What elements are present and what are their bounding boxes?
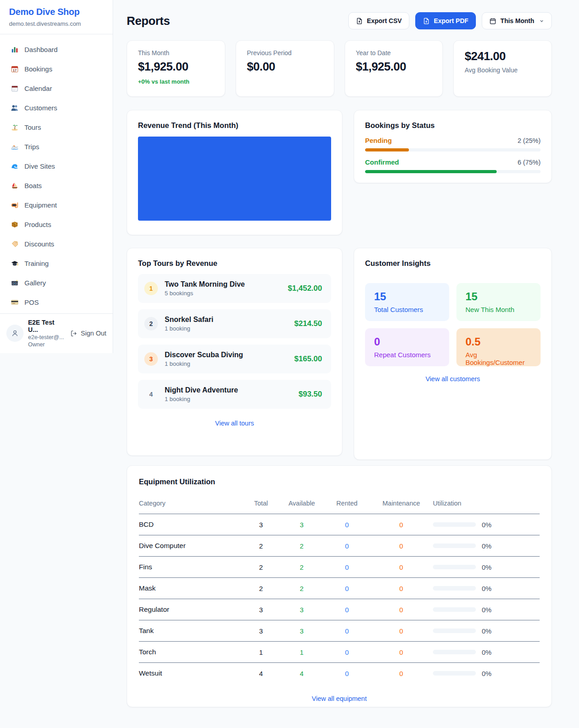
tour-row-snorkel-safari: 2Snorkel Safari1 booking$214.50	[138, 309, 331, 338]
equipment-rented: 0	[324, 535, 370, 557]
insight-label: New This Month	[465, 306, 532, 313]
sidebar-item-customers[interactable]: Customers	[5, 99, 107, 116]
equipment-rented: 0	[324, 578, 370, 599]
insight-tile-total-customers: 15Total Customers	[365, 283, 449, 321]
bar-chart-icon	[11, 46, 19, 53]
equipment-utilization-cell: 0%	[433, 599, 540, 620]
sidebar-item-equipment[interactable]: Equipment	[5, 197, 107, 213]
stat-cards-row: This Month$1,925.00+0% vs last monthPrev…	[127, 40, 552, 97]
equipment-row-torch: Torch11000%	[139, 642, 540, 663]
sidebar-item-label: POS	[24, 298, 39, 306]
equipment-utilization-card: Equipment Utilization Category Total Ava…	[127, 465, 552, 707]
sidebar-item-tours[interactable]: Tours	[5, 119, 107, 135]
svg-text:17: 17	[13, 68, 16, 72]
tour-name: Snorkel Safari	[165, 316, 214, 324]
equipment-total: 3	[243, 514, 279, 535]
export-csv-button[interactable]: Export CSV	[348, 12, 409, 29]
sidebar-item-discounts[interactable]: Discounts	[5, 236, 107, 252]
status-row-head: Pending2 (25%)	[365, 137, 541, 144]
sidebar-item-pos[interactable]: POS	[5, 294, 107, 310]
tour-row-discover-scuba-diving: 3Discover Scuba Diving1 booking$165.00	[138, 345, 331, 373]
bookings-by-status-title: Bookings by Status	[365, 121, 541, 130]
equipment-available: 2	[279, 578, 324, 599]
equipment-rented: 0	[324, 642, 370, 663]
sailboat-icon	[11, 182, 19, 189]
stat-card-avg-booking-value: $241.00Avg Booking Value	[453, 40, 552, 97]
sidebar-item-calendar[interactable]: Calendar	[5, 80, 107, 96]
tour-bookings: 1 booking	[165, 360, 243, 367]
insight-tile-repeat-customers: 0Repeat Customers	[365, 328, 449, 366]
equipment-row-fins: Fins22000%	[139, 557, 540, 578]
calendar-icon	[489, 18, 496, 24]
equipment-utilization-cell: 0%	[433, 557, 540, 578]
tour-info: Snorkel Safari1 booking	[165, 316, 214, 332]
export-csv-label: Export CSV	[367, 17, 402, 24]
tour-revenue: $93.50	[299, 390, 322, 399]
tour-rank-badge: 4	[144, 388, 158, 401]
sidebar-item-dive-sites[interactable]: Dive Sites	[5, 158, 107, 174]
sidebar-item-boats[interactable]: Boats	[5, 177, 107, 194]
shop-name: Demo Dive Shop	[9, 7, 104, 17]
utilization-bar-group: 0%	[433, 627, 540, 635]
insight-tiles: 15Total Customers15New This Month0Repeat…	[365, 283, 541, 366]
utilization-bar-group: 0%	[433, 670, 540, 677]
view-all-tours-link[interactable]: View all tours	[138, 420, 331, 427]
sidebar-item-label: Discounts	[24, 240, 54, 248]
sidebar-item-products[interactable]: Products	[5, 216, 107, 232]
equipment-category: Wetsuit	[139, 663, 243, 684]
equipment-table: Category Total Available Rented Maintena…	[139, 496, 540, 684]
view-all-equipment-link[interactable]: View all equipment	[139, 695, 540, 702]
equipment-rented: 0	[324, 620, 370, 642]
insight-label: Total Customers	[374, 306, 440, 313]
utilization-bar	[433, 522, 476, 527]
insight-tile-new-this-month: 15New This Month	[456, 283, 541, 321]
equipment-maintenance: 0	[370, 663, 433, 684]
sign-out-button[interactable]: Sign Out	[71, 330, 106, 337]
equipment-category: Regulator	[139, 599, 243, 620]
period-select[interactable]: This Month	[482, 12, 552, 29]
sidebar-item-label: Customers	[24, 104, 57, 112]
sidebar-item-dashboard[interactable]: Dashboard	[5, 41, 107, 57]
sidebar-item-label: Bookings	[24, 65, 52, 73]
utilization-percent: 0%	[482, 542, 492, 550]
header-actions: Export CSV Export PDF This Month	[348, 12, 552, 29]
tour-info: Discover Scuba Diving1 booking	[165, 351, 243, 367]
sidebar-header: Demo Dive Shop demo.test.divestreams.com	[0, 0, 113, 34]
view-all-customers-link[interactable]: View all customers	[365, 375, 541, 383]
top-tours-list: 1Two Tank Morning Dive5 bookings$1,452.0…	[138, 274, 331, 409]
stat-card-year-to-date: Year to Date$1,925.00	[345, 40, 443, 97]
stat-label: This Month	[138, 49, 214, 57]
equipment-available: 1	[279, 642, 324, 663]
sidebar-item-label: Dashboard	[24, 46, 57, 53]
period-label: This Month	[500, 17, 534, 24]
equipment-category: BCD	[139, 514, 243, 535]
status-value: 2 (25%)	[517, 137, 541, 144]
status-label: Pending	[365, 137, 392, 144]
sidebar-item-bookings[interactable]: 17Bookings	[5, 61, 107, 77]
user-role: Owner	[28, 341, 66, 348]
equipment-row-bcd: BCD33000%	[139, 514, 540, 535]
main-content: Reports Export CSV Export PDF This Month…	[113, 0, 579, 707]
sidebar-item-trips[interactable]: Trips	[5, 138, 107, 155]
equipment-category: Torch	[139, 642, 243, 663]
equipment-utilization-cell: 0%	[433, 642, 540, 663]
col-maintenance: Maintenance	[370, 496, 433, 514]
export-pdf-button[interactable]: Export PDF	[415, 12, 476, 29]
sidebar-item-training[interactable]: Training	[5, 255, 107, 271]
status-row-confirmed: Confirmed6 (75%)	[365, 158, 541, 173]
equipment-table-header: Category Total Available Rented Maintena…	[139, 496, 540, 514]
tour-bookings: 1 booking	[165, 325, 214, 332]
sidebar-item-label: Trips	[24, 143, 39, 151]
sidebar-item-gallery[interactable]: Gallery	[5, 274, 107, 291]
equipment-maintenance: 0	[370, 514, 433, 535]
tour-info: Two Tank Morning Dive5 bookings	[165, 280, 245, 297]
tour-row-night-dive-adventure: 4Night Dive Adventure1 booking$93.50	[138, 380, 331, 409]
status-row-head: Confirmed6 (75%)	[365, 158, 541, 166]
utilization-percent: 0%	[482, 521, 492, 529]
equipment-utilization-cell: 0%	[433, 578, 540, 599]
wave-icon	[11, 162, 19, 170]
sign-out-icon	[71, 330, 77, 337]
equipment-available: 4	[279, 663, 324, 684]
credit-card-icon	[11, 298, 19, 306]
equipment-total: 3	[243, 620, 279, 642]
